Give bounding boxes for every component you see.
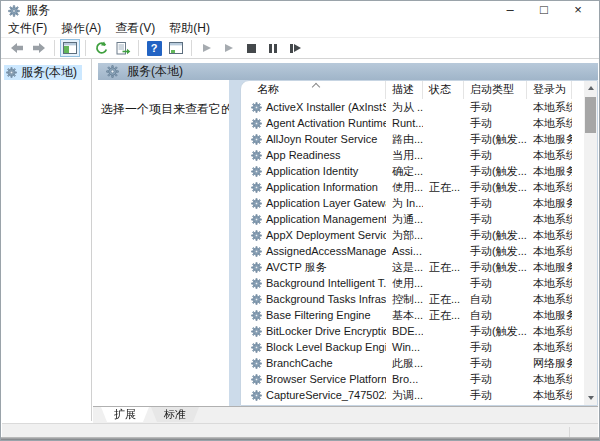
- service-name-cell: AssignedAccessManager...: [241, 245, 386, 257]
- service-row[interactable]: Application Information使用...正在...手动(触发..…: [241, 179, 597, 195]
- vertical-scrollbar[interactable]: [584, 81, 597, 405]
- service-description-cell: Bro...: [386, 373, 423, 385]
- tree-item-services-local[interactable]: 服务(本地): [4, 65, 82, 80]
- gear-icon: [251, 342, 262, 353]
- service-description-cell: 当用...: [386, 148, 423, 163]
- refresh-button[interactable]: [91, 39, 111, 57]
- gear-icon: [251, 374, 262, 385]
- minimize-button[interactable]: –: [493, 1, 527, 20]
- export-list-button[interactable]: [113, 39, 133, 57]
- service-row[interactable]: Base Filtering Engine基本...正在...自动本地服务: [241, 307, 597, 323]
- help-button[interactable]: ?: [144, 39, 164, 57]
- service-startup-type-cell: 手动(触发...: [464, 228, 527, 243]
- show-console-tree-button[interactable]: [60, 39, 80, 57]
- column-header-4[interactable]: 登录为: [527, 81, 572, 99]
- service-logon-as-cell: 本地系统: [527, 228, 572, 243]
- service-name: AVCTP 服务: [266, 260, 327, 275]
- service-name-cell: BitLocker Drive Encryptio...: [241, 325, 386, 337]
- service-row[interactable]: Background Intelligent T...使用...手动本地系统: [241, 275, 597, 291]
- start-service-icon: [203, 44, 211, 52]
- gear-icon: [106, 65, 119, 78]
- service-description-cell: Runt...: [386, 117, 423, 129]
- maximize-button[interactable]: □: [527, 1, 561, 20]
- service-row[interactable]: AllJoyn Router Service路由...手动(触发...本地服务: [241, 131, 597, 147]
- scroll-up-icon: [588, 86, 594, 90]
- service-logon-as-cell: 本地系统: [527, 180, 572, 195]
- service-logon-as-cell: 本地系统: [527, 148, 572, 163]
- service-name: AllJoyn Router Service: [266, 133, 377, 145]
- service-row[interactable]: Block Level Backup Engi...Win...手动本地系统: [241, 339, 597, 355]
- gear-icon: [251, 262, 262, 273]
- service-name: BitLocker Drive Encryptio...: [266, 325, 386, 337]
- help-icon: ?: [147, 41, 162, 56]
- service-description-cell: 为从 ...: [386, 100, 423, 115]
- service-row[interactable]: Application Identity确定...手动(触发...本地服务: [241, 163, 597, 179]
- menu-item-1[interactable]: 操作(A): [54, 19, 108, 38]
- service-logon-as-cell: 本地服务: [527, 260, 572, 275]
- menu-item-0[interactable]: 文件(F): [1, 19, 54, 38]
- tab-standard[interactable]: 标准: [151, 407, 199, 422]
- service-description-cell: Win...: [386, 341, 423, 353]
- forward-button[interactable]: [29, 39, 49, 57]
- service-row[interactable]: Background Tasks Infras...控制...正在...自动本地…: [241, 291, 597, 307]
- close-button[interactable]: ×: [561, 1, 595, 20]
- service-logon-as-cell: 本地系统: [527, 340, 572, 355]
- service-logon-as-cell: 本地服务: [527, 132, 572, 147]
- service-name: Application Information: [266, 181, 378, 193]
- service-row[interactable]: CaptureService_7475022c为调...手动本地系统: [241, 387, 597, 403]
- stop-service-icon: [247, 44, 256, 53]
- service-startup-type-cell: 手动(触发...: [464, 244, 527, 259]
- service-startup-type-cell: 手动: [464, 196, 527, 211]
- scrollbar-thumb[interactable]: [585, 97, 596, 133]
- service-startup-type-cell: 手动: [464, 276, 527, 291]
- service-row[interactable]: AppX Deployment Servic...为部...手动(触发...本地…: [241, 227, 597, 243]
- restart-service-button[interactable]: [285, 39, 305, 57]
- gear-icon: [251, 294, 262, 305]
- service-logon-as-cell: 本地系统: [527, 116, 572, 131]
- tab-extended[interactable]: 扩展: [101, 407, 149, 422]
- service-row[interactable]: BranchCache此服...手动网络服务: [241, 355, 597, 371]
- service-status-cell: 正在...: [423, 308, 464, 323]
- scroll-down-button[interactable]: [584, 391, 597, 405]
- service-name: Browser Service Platform: [266, 373, 386, 385]
- services-list-panel: 名称描述状态启动类型登录为 ActiveX Installer (AxInstS…: [240, 80, 598, 406]
- service-row[interactable]: Browser Service PlatformBro...手动本地系统: [241, 371, 597, 387]
- menu-item-2[interactable]: 查看(V): [108, 19, 162, 38]
- scroll-up-button[interactable]: [584, 81, 597, 95]
- service-startup-type-cell: 手动: [464, 388, 527, 403]
- status-bar-divider: [569, 427, 570, 437]
- column-header-2[interactable]: 状态: [423, 81, 464, 99]
- service-name: AssignedAccessManager...: [266, 245, 386, 257]
- back-button[interactable]: [7, 39, 27, 57]
- toolbar-separator: [85, 40, 86, 56]
- list-header: 名称描述状态启动类型登录为: [241, 81, 597, 99]
- service-row[interactable]: Agent Activation Runtime...Runt...手动本地系统: [241, 115, 597, 131]
- service-name-cell: App Readiness: [241, 149, 386, 161]
- column-header-1[interactable]: 描述: [386, 81, 423, 99]
- back-icon: [10, 42, 24, 54]
- resume-service-button[interactable]: [219, 39, 239, 57]
- service-row[interactable]: Application Management为通...手动本地系统: [241, 211, 597, 227]
- service-logon-as-cell: 本地系统: [527, 388, 572, 403]
- gear-icon: [251, 150, 262, 161]
- service-row[interactable]: AVCTP 服务这是...正在...手动(触发...本地服务: [241, 259, 597, 275]
- service-row[interactable]: Application Layer Gatewa...为 In...手动本地服务: [241, 195, 597, 211]
- service-description-cell: 为 In...: [386, 196, 423, 211]
- stop-service-button[interactable]: [241, 39, 261, 57]
- start-service-button[interactable]: [197, 39, 217, 57]
- service-row[interactable]: BitLocker Drive Encryptio...BDE...手动(触发.…: [241, 323, 597, 339]
- gear-icon: [251, 230, 262, 241]
- service-logon-as-cell: 本地系统: [527, 244, 572, 259]
- service-startup-type-cell: 手动: [464, 212, 527, 227]
- tree-item-label: 服务(本地): [21, 64, 77, 81]
- show-action-pane-button[interactable]: [166, 39, 186, 57]
- column-header-3[interactable]: 启动类型: [464, 81, 527, 99]
- service-description-cell: 为部...: [386, 228, 423, 243]
- service-row[interactable]: ActiveX Installer (AxInstSV)为从 ...手动本地系统: [241, 99, 597, 115]
- service-description-cell: BDE...: [386, 325, 423, 337]
- service-row[interactable]: AssignedAccessManager...Assi...手动(触发...本…: [241, 243, 597, 259]
- pause-service-button[interactable]: [263, 39, 283, 57]
- pane-gap: [229, 80, 240, 406]
- menu-item-3[interactable]: 帮助(H): [162, 19, 217, 38]
- service-row[interactable]: App Readiness当用...手动本地系统: [241, 147, 597, 163]
